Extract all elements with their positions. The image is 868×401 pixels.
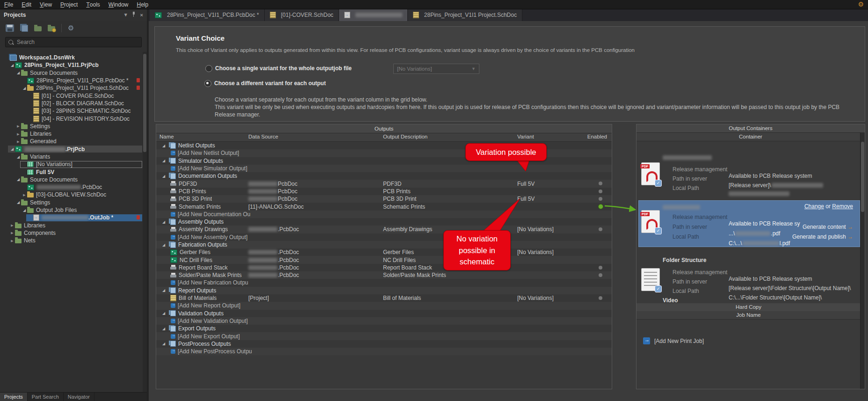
menu-project[interactable]: Project bbox=[56, 0, 82, 9]
output-row[interactable]: [Add New Validation Output] bbox=[156, 317, 612, 325]
tree-item[interactable]: ◢Source Documents bbox=[0, 69, 142, 77]
pin-icon[interactable] bbox=[131, 12, 136, 18]
panel-tab-part-search[interactable]: Part Search bbox=[28, 393, 64, 401]
output-row[interactable]: Assembly Drawings.PcbDocAssembly Drawing… bbox=[156, 226, 612, 233]
output-row[interactable]: Gerber Files.PcbDocGerber Files[No Varia… bbox=[156, 248, 612, 256]
column-header-name[interactable]: Name bbox=[159, 134, 174, 139]
search-input[interactable] bbox=[16, 38, 138, 46]
expand-arrow[interactable]: ◢ bbox=[15, 153, 21, 160]
enabled-indicator[interactable] bbox=[598, 204, 603, 209]
expand-arrow[interactable]: ◢ bbox=[162, 327, 168, 331]
expand-arrow[interactable]: ◢ bbox=[22, 85, 27, 92]
tree-item[interactable]: ▶Libraries bbox=[0, 130, 142, 138]
output-row[interactable]: Solder/Paste Mask Prints.PcbDocSolder/Pa… bbox=[156, 271, 612, 279]
output-row[interactable]: NC Drill Files.PcbDocNC Drill Files bbox=[156, 256, 612, 263]
tree-item[interactable]: ◢28Pins_Project_V1I1 Project.SchDoc bbox=[0, 84, 142, 92]
column-header-data-source[interactable]: Data Source bbox=[248, 134, 278, 139]
expand-arrow[interactable]: ▶ bbox=[15, 123, 21, 130]
expand-arrow[interactable]: ▶ bbox=[9, 237, 15, 244]
tree-scrollbar[interactable] bbox=[143, 52, 147, 393]
output-row[interactable]: [Add New Export Output] bbox=[156, 332, 612, 340]
output-row[interactable]: Schematic Prints[11]-ANALOG.SchDocSchema… bbox=[156, 203, 612, 210]
tree-item[interactable]: ◢28Pins_Project_V1I1.PrjPcb bbox=[0, 61, 142, 69]
output-row[interactable]: Report Board Stack.PcbDocReport Board St… bbox=[156, 264, 612, 271]
search-box[interactable] bbox=[5, 37, 142, 47]
tree-item[interactable]: 28Pins_Project_V1I1_PCB.PcbDoc * bbox=[0, 77, 142, 84]
document-tab-3[interactable] bbox=[339, 9, 408, 21]
variant-dropdown[interactable]: [No Variations] ▼ bbox=[393, 64, 479, 74]
tree-item[interactable]: ▶Libraries bbox=[0, 222, 142, 229]
variant-value[interactable]: Full 5V bbox=[517, 181, 535, 187]
tree-item[interactable]: ◢Settings bbox=[0, 199, 142, 206]
variant-value[interactable]: [No Variations] bbox=[517, 226, 554, 233]
expand-arrow[interactable]: ◢ bbox=[162, 159, 168, 163]
change-link[interactable]: Change bbox=[804, 203, 824, 210]
variant-value[interactable]: [No Variations] bbox=[517, 295, 554, 301]
tree-item[interactable]: ◢Output Job Files bbox=[0, 206, 142, 214]
variant-value[interactable]: [No Variations] bbox=[517, 249, 554, 255]
tree-item[interactable]: .OutJob * bbox=[0, 214, 142, 221]
output-row[interactable]: [Add New Assembly Output] bbox=[156, 233, 612, 241]
expand-arrow[interactable]: ◢ bbox=[162, 144, 168, 148]
tree-item[interactable]: [02] - BLOCK DIAGRAM.SchDoc bbox=[0, 100, 142, 107]
menu-tools[interactable]: Tools bbox=[82, 0, 104, 9]
expand-arrow[interactable]: ▶ bbox=[9, 222, 15, 229]
output-row[interactable]: PDF3DPcbDocPDF3DFull 5V bbox=[156, 180, 612, 187]
tree-item[interactable]: ◢Source Documents bbox=[0, 176, 142, 183]
panel-dropdown-icon[interactable]: ▾ bbox=[124, 12, 127, 18]
documents-icon[interactable] bbox=[22, 25, 28, 32]
output-row[interactable]: [Add New Report Output] bbox=[156, 302, 612, 309]
expand-arrow[interactable]: ◢ bbox=[162, 288, 168, 292]
output-row[interactable]: PCB 3D PrintPcbDocPCB 3D PrintFull 5V bbox=[156, 195, 612, 203]
tree-item[interactable]: [01] - COVER PAGE.SchDoc bbox=[0, 92, 142, 99]
expand-arrow[interactable]: ◢ bbox=[162, 220, 168, 224]
enabled-dot[interactable] bbox=[599, 227, 602, 231]
expand-arrow[interactable]: ◢ bbox=[162, 174, 168, 178]
tree-item[interactable]: ▶Generated bbox=[0, 138, 142, 145]
expand-arrow[interactable]: ◢ bbox=[15, 69, 21, 76]
expand-arrow[interactable]: ▶ bbox=[9, 229, 15, 236]
tree-item[interactable]: [No Variations] bbox=[0, 160, 142, 168]
tree-item[interactable]: .PcbDoc bbox=[0, 183, 142, 191]
close-icon[interactable]: × bbox=[140, 12, 143, 18]
tree-item[interactable]: [04] - REVISION HISTORY.SchDoc bbox=[0, 115, 142, 122]
expand-arrow[interactable]: ▶ bbox=[22, 191, 27, 198]
gear-icon[interactable]: ⚙ bbox=[68, 24, 74, 32]
panel-tab-navigator[interactable]: Navigator bbox=[64, 393, 94, 401]
expand-arrow[interactable]: ◢ bbox=[162, 311, 168, 315]
menu-edit[interactable]: Edit bbox=[17, 0, 36, 9]
containers-scrollbar[interactable] bbox=[860, 132, 865, 389]
column-header-output-description[interactable]: Output Description bbox=[383, 134, 427, 139]
enabled-dot[interactable] bbox=[599, 273, 602, 277]
container-entry-3[interactable]: Folder Structure✓Release managementAvail… bbox=[637, 256, 861, 297]
tree-item[interactable]: Full 5V bbox=[0, 168, 142, 175]
tree-item[interactable]: ▶Settings bbox=[0, 123, 142, 130]
output-row[interactable]: [Add New Simulator Output] bbox=[156, 165, 612, 172]
variant-value[interactable]: Full 5V bbox=[517, 196, 535, 202]
document-tab-2[interactable]: [01]-COVER.SchDoc bbox=[265, 9, 339, 21]
enabled-dot[interactable] bbox=[599, 296, 602, 300]
output-row[interactable]: [Add New Documentation Ou bbox=[156, 211, 612, 218]
save-icon[interactable] bbox=[6, 24, 14, 32]
expand-arrow[interactable]: ◢ bbox=[162, 243, 168, 247]
tree-item[interactable]: ▶Nets bbox=[0, 237, 142, 244]
output-row[interactable]: PCB PrintsPcbDocPCB Prints bbox=[156, 188, 612, 195]
enabled-dot[interactable] bbox=[599, 266, 602, 270]
enabled-dot[interactable] bbox=[599, 197, 602, 201]
document-tab-1[interactable]: 28Pins_Project_V1I1_PCB.PcbDoc * bbox=[150, 9, 265, 21]
container-entry-4[interactable]: Video✓Release managementAvailable to PCB… bbox=[637, 296, 861, 303]
action-generate-and-publish[interactable]: Generate and publish → bbox=[792, 233, 853, 240]
expand-arrow[interactable]: ◢ bbox=[15, 199, 21, 206]
expand-arrow[interactable]: ▶ bbox=[15, 131, 21, 138]
settings-gear-icon[interactable]: ⚙ bbox=[858, 0, 864, 8]
document-tab-4[interactable]: 28Pins_Project_V1I1 Project.SchDoc bbox=[408, 9, 522, 21]
remove-link[interactable]: Remove bbox=[832, 203, 853, 210]
panel-tab-projects[interactable]: Projects bbox=[0, 393, 28, 401]
tree-item[interactable]: ◢.PrjPcb bbox=[0, 146, 142, 153]
tree-item[interactable]: Workspace1.DsnWrk bbox=[0, 54, 142, 61]
expand-arrow[interactable]: ◢ bbox=[22, 207, 27, 214]
menu-view[interactable]: View bbox=[36, 0, 56, 9]
tree-item[interactable]: ▶Components bbox=[0, 229, 142, 237]
add-new-print-job[interactable]: [Add New Print Job] bbox=[643, 337, 704, 344]
menu-file[interactable]: File bbox=[0, 0, 17, 9]
